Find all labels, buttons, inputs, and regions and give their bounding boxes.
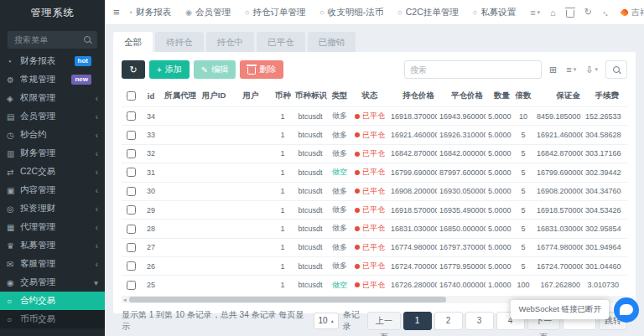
page-button[interactable]: 3 bbox=[465, 312, 494, 330]
col-mark: 币种标识 bbox=[293, 85, 328, 107]
cell-take-profit: 0.000 bbox=[621, 182, 627, 200]
prev-page-button[interactable]: 上一页 bbox=[367, 312, 400, 330]
sidebar-item[interactable]: ♛ 私募管理 ‹ bbox=[0, 236, 105, 255]
topnav-item[interactable]: ◉ 会员管理 bbox=[185, 7, 231, 18]
cell-mark: btcusdt bbox=[293, 257, 328, 276]
table-row[interactable]: 26 1 btcusdt 做多 已平仓 16724.700000 16779.9… bbox=[122, 257, 627, 276]
sidebar-item[interactable]: ◔ 财务报表 hot bbox=[0, 52, 105, 70]
cell-coin: 1 bbox=[273, 163, 293, 182]
page-button[interactable]: 1 bbox=[403, 312, 432, 330]
table-row[interactable]: 34 1 btcusdt 做多 已平仓 16918.370000 16943.9… bbox=[122, 107, 627, 126]
table-row[interactable]: 33 1 btcusdt 做多 已平仓 16921.460000 16926.3… bbox=[122, 126, 627, 144]
sidebar-item[interactable]: ◎ 投资理财 ‹ bbox=[0, 199, 105, 218]
sidebar-item[interactable]: ▣ 内容管理 ‹ bbox=[0, 181, 105, 199]
add-button[interactable]: + 添加 bbox=[149, 60, 190, 79]
status-tab[interactable]: 全部 bbox=[113, 32, 153, 52]
flame-icon bbox=[620, 8, 629, 17]
status-tab[interactable]: 待持仓 bbox=[155, 32, 204, 52]
refresh-button[interactable]: ↻ bbox=[122, 60, 145, 79]
chevron-icon: ‹ bbox=[91, 204, 98, 214]
cell-take-profit: 0.000 bbox=[621, 200, 627, 219]
sidebar-item[interactable]: ◉ 交易管理 ▾ bbox=[0, 273, 105, 292]
row-checkbox[interactable] bbox=[127, 187, 136, 196]
chat-bubble-button[interactable] bbox=[614, 297, 639, 323]
sidebar-item[interactable]: ○ 合约交易 bbox=[0, 292, 105, 310]
status-dot bbox=[355, 114, 360, 119]
table-row[interactable]: 27 1 btcusdt 做多 已平仓 16774.980000 16797.3… bbox=[122, 238, 627, 256]
search-button[interactable] bbox=[605, 60, 627, 79]
row-checkbox[interactable] bbox=[127, 243, 136, 252]
cell-id: 33 bbox=[140, 126, 162, 144]
scrollbar-thumb[interactable] bbox=[129, 297, 446, 302]
col-fee: 手续费 bbox=[583, 85, 621, 107]
app-title: 管理系统 bbox=[0, 0, 105, 25]
refresh-icon[interactable]: ↻ bbox=[584, 7, 592, 18]
hamburger-icon[interactable]: ≡ bbox=[113, 6, 120, 18]
row-checkbox[interactable] bbox=[127, 261, 136, 271]
status-tab[interactable]: 已平仓 bbox=[257, 32, 305, 52]
row-checkbox[interactable] bbox=[127, 225, 136, 234]
row-checkbox[interactable] bbox=[127, 149, 136, 158]
menu-icon: ○ bbox=[7, 297, 20, 306]
scroll-left-icon[interactable]: ◂ bbox=[123, 296, 127, 303]
table-row[interactable]: 30 1 btcusdt 做多 已平仓 16908.200000 16930.0… bbox=[122, 182, 627, 200]
list-icon: ≡ bbox=[566, 65, 571, 75]
fullscreen-icon[interactable]: ↔ bbox=[600, 5, 613, 18]
topnav-item-icon: ◉ bbox=[185, 8, 192, 17]
sidebar-item[interactable]: ⇄ C2C交易 ‹ bbox=[0, 163, 105, 181]
row-checkbox[interactable] bbox=[127, 111, 136, 121]
sidebar-item[interactable]: ◈ 权限管理 ‹ bbox=[0, 89, 105, 107]
topnav-item[interactable]: ○ C2C挂单管理 bbox=[397, 7, 458, 18]
sidebar-item[interactable]: ✉ 客服管理 ‹ bbox=[0, 255, 105, 273]
cell-mark: btcusdt bbox=[293, 200, 328, 219]
page-button[interactable]: 2 bbox=[434, 312, 463, 330]
topnav-item[interactable]: ◔ 财务报表 bbox=[128, 7, 171, 18]
row-checkbox[interactable] bbox=[127, 131, 136, 140]
topnav-item[interactable]: ○ 收支明细-法币 bbox=[319, 7, 383, 18]
delete-button[interactable]: 删除 bbox=[240, 60, 283, 79]
status-tab[interactable]: 已撤销 bbox=[308, 32, 356, 52]
columns-button[interactable]: ≡ ▾ bbox=[564, 65, 578, 75]
menu-badge: hot bbox=[75, 56, 91, 66]
table-row[interactable]: 32 1 btcusdt 做多 已平仓 16842.870000 16842.0… bbox=[122, 144, 627, 163]
cell-coin: 1 bbox=[273, 200, 293, 219]
status-tab[interactable]: 持仓中 bbox=[206, 32, 255, 52]
edit-button[interactable]: ✎ 编辑 bbox=[194, 60, 236, 79]
delete-button-label: 删除 bbox=[259, 64, 276, 75]
trash-icon[interactable] bbox=[566, 8, 574, 18]
sidebar-item[interactable]: ▥ 财务管理 ‹ bbox=[0, 144, 105, 163]
select-all-checkbox[interactable] bbox=[127, 91, 136, 101]
table-row[interactable]: 25 1 btcusdt 做空 已平仓 16726.280000 16740.0… bbox=[122, 276, 627, 294]
row-checkbox[interactable] bbox=[127, 281, 136, 290]
cell-uid bbox=[199, 200, 229, 219]
status-dot bbox=[355, 189, 360, 194]
sidebar-item[interactable]: ◷ 秒合约 ‹ bbox=[0, 126, 105, 144]
cell-qty: 5.0000 bbox=[486, 182, 512, 200]
table-row[interactable]: 28 1 btcusdt 做多 已平仓 16831.030000 16850.0… bbox=[122, 220, 627, 238]
row-checkbox[interactable] bbox=[127, 168, 136, 177]
toggle-view-button[interactable]: ⊞ bbox=[548, 65, 558, 75]
cell-close-price: 16930.050000 bbox=[437, 182, 486, 200]
menu-toggle-button[interactable]: ≡ ▾ bbox=[530, 8, 540, 18]
cell-open-price: 16799.690000 bbox=[388, 163, 437, 182]
topnav-item[interactable]: ○ 私募设置 bbox=[473, 7, 516, 18]
sidebar-item[interactable]: ▦ 代理管理 ‹ bbox=[0, 218, 105, 236]
sidebar-item[interactable]: ⚙ 常规管理 new bbox=[0, 70, 105, 89]
cell-margin: 16774.980000 bbox=[534, 238, 583, 256]
home-icon[interactable]: ⌂ bbox=[550, 8, 556, 18]
chevron-icon: ‹ bbox=[91, 149, 98, 158]
page-size-select[interactable]: 10 ▴ bbox=[314, 313, 339, 329]
table-search-input[interactable] bbox=[404, 60, 542, 79]
brand[interactable]: 吉祥源码网 jxymw.net bbox=[621, 7, 644, 18]
table-row[interactable]: 31 1 btcusdt 做空 已平仓 16799.690000 87997.6… bbox=[122, 163, 627, 182]
admin-trade-page: { "colors":{"accent":"#17bc9c","danger":… bbox=[0, 0, 644, 336]
table-row[interactable]: 29 1 btcusdt 做多 已平仓 16918.570000 16935.4… bbox=[122, 200, 627, 219]
sidebar-item[interactable]: ▤ 会员管理 ‹ bbox=[0, 107, 105, 126]
row-checkbox[interactable] bbox=[127, 205, 136, 215]
sidebar-item[interactable]: ○ 币币交易 bbox=[0, 310, 105, 328]
records-info-suffix: 条记录 bbox=[343, 309, 368, 333]
topnav-item[interactable]: ○ 持仓订单管理 bbox=[245, 7, 305, 18]
export-button[interactable]: ⇩ ▾ bbox=[584, 65, 600, 75]
chevron-icon: ‹ bbox=[91, 168, 98, 177]
cell-agent bbox=[162, 182, 199, 200]
